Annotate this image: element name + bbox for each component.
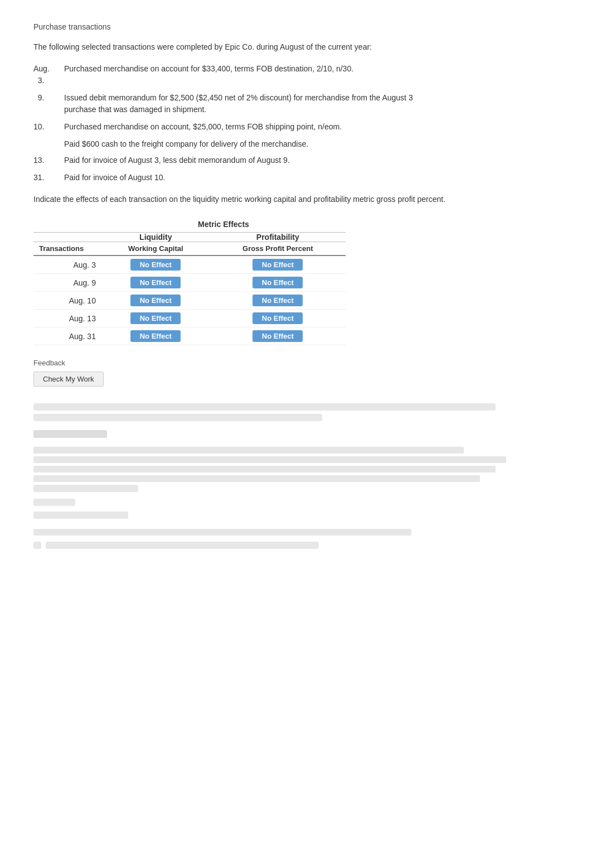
gross-profit-cell[interactable]: No Effect: [210, 327, 346, 345]
transaction-aug9: 9. Issued debit memorandum for $2,500 ($…: [33, 92, 559, 115]
working-capital-no-effect-btn[interactable]: No Effect: [130, 277, 181, 288]
working-capital-no-effect-btn[interactable]: No Effect: [130, 295, 181, 306]
indicate-text: Indicate the effects of each transaction…: [33, 194, 559, 205]
metric-table-container: Metric Effects Liquidity Profitability T…: [33, 216, 559, 345]
transaction-label-aug10: 10.: [33, 121, 64, 133]
feedback-label: Feedback: [33, 359, 559, 367]
working-capital-no-effect-btn[interactable]: No Effect: [130, 259, 181, 271]
section-title: Purchase transactions: [33, 22, 559, 31]
blurred-feedback-content: [33, 403, 559, 552]
gross-profit-no-effect-btn[interactable]: No Effect: [253, 277, 303, 288]
transaction-cell: Aug. 3: [33, 255, 101, 274]
working-capital-cell[interactable]: No Effect: [101, 255, 210, 274]
transaction-label-aug13: 13.: [33, 155, 64, 166]
transaction-cell: Aug. 9: [33, 274, 101, 292]
transaction-text-aug31: Paid for invoice of August 10.: [64, 172, 559, 184]
transaction-aug10: 10. Purchased merchandise on account, $2…: [33, 121, 559, 133]
gross-profit-no-effect-btn[interactable]: No Effect: [253, 259, 303, 271]
feedback-section: Feedback Check My Work: [33, 359, 559, 397]
transaction-cell: Aug. 13: [33, 310, 101, 327]
working-capital-cell[interactable]: No Effect: [101, 310, 210, 327]
transaction-cell: Aug. 10: [33, 292, 101, 310]
table-row: Aug. 10No EffectNo Effect: [33, 292, 346, 310]
transaction-text-aug13: Paid for invoice of August 3, less debit…: [64, 155, 559, 166]
gross-profit-cell[interactable]: No Effect: [210, 255, 346, 274]
transaction-label-aug31: 31.: [33, 172, 64, 184]
transaction-sub-aug10: Paid $600 cash to the freight company fo…: [64, 138, 559, 150]
working-capital-cell[interactable]: No Effect: [101, 292, 210, 310]
transactions-list: Aug. 3. Purchased merchandise on account…: [33, 63, 559, 184]
transaction-label-aug9: 9.: [33, 92, 64, 115]
working-capital-no-effect-btn[interactable]: No Effect: [130, 312, 181, 324]
metric-table: Metric Effects Liquidity Profitability T…: [33, 216, 346, 345]
transaction-text-aug3: Purchased merchandise on account for $33…: [64, 63, 559, 86]
gross-profit-cell[interactable]: No Effect: [210, 292, 346, 310]
metric-effects-header: Metric Effects: [101, 216, 346, 233]
working-capital-no-effect-btn[interactable]: No Effect: [130, 330, 181, 342]
transaction-cell: Aug. 31: [33, 327, 101, 345]
check-my-work-button[interactable]: Check My Work: [33, 372, 104, 387]
transaction-text-aug9: Issued debit memorandum for $2,500 ($2,4…: [64, 92, 559, 115]
working-capital-cell[interactable]: No Effect: [101, 274, 210, 292]
transaction-aug13: 13. Paid for invoice of August 3, less d…: [33, 155, 559, 166]
gross-profit-no-effect-btn[interactable]: No Effect: [253, 295, 303, 306]
profitability-header: Profitability: [210, 233, 346, 242]
transactions-col-header: Transactions: [33, 242, 101, 256]
transaction-label-aug3: Aug. 3.: [33, 63, 64, 86]
table-row: Aug. 3No EffectNo Effect: [33, 255, 346, 274]
working-capital-cell[interactable]: No Effect: [101, 327, 210, 345]
intro-text: The following selected transactions were…: [33, 41, 559, 53]
table-row: Aug. 31No EffectNo Effect: [33, 327, 346, 345]
gross-profit-cell[interactable]: No Effect: [210, 310, 346, 327]
transaction-text-aug10: Purchased merchandise on account, $25,00…: [64, 121, 559, 133]
working-capital-col-header: Working Capital: [101, 242, 210, 256]
transaction-aug31: 31. Paid for invoice of August 10.: [33, 172, 559, 184]
gross-profit-no-effect-btn[interactable]: No Effect: [253, 312, 303, 324]
transaction-aug3: Aug. 3. Purchased merchandise on account…: [33, 63, 559, 86]
table-row: Aug. 13No EffectNo Effect: [33, 310, 346, 327]
table-row: Aug. 9No EffectNo Effect: [33, 274, 346, 292]
gross-profit-col-header: Gross Profit Percent: [210, 242, 346, 256]
gross-profit-no-effect-btn[interactable]: No Effect: [253, 330, 303, 342]
liquidity-header: Liquidity: [101, 233, 210, 242]
gross-profit-cell[interactable]: No Effect: [210, 274, 346, 292]
